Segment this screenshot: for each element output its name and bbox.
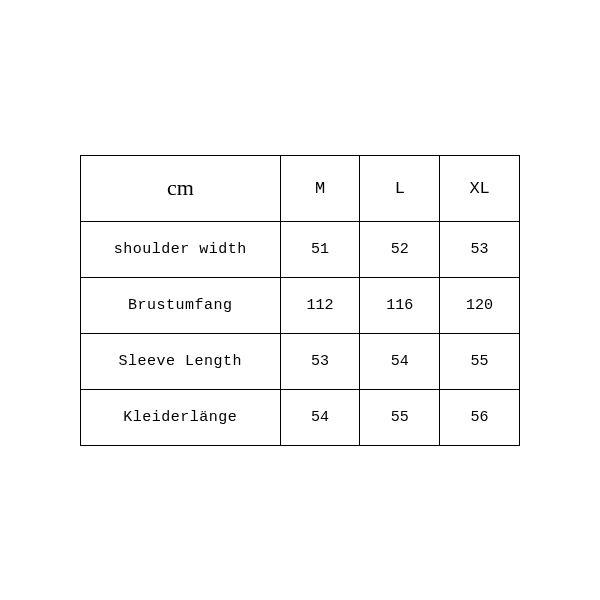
measure-value: 52 bbox=[360, 221, 440, 277]
measure-value: 116 bbox=[360, 277, 440, 333]
measure-label-bust: Brustumfang bbox=[81, 277, 281, 333]
measure-label-sleeve: Sleeve Length bbox=[81, 333, 281, 389]
measure-value: 51 bbox=[280, 221, 360, 277]
table-row: Sleeve Length 53 54 55 bbox=[81, 333, 520, 389]
measure-value: 53 bbox=[440, 221, 520, 277]
size-header-l: L bbox=[360, 155, 440, 221]
measure-value: 120 bbox=[440, 277, 520, 333]
table-row: Kleiderlänge 54 55 56 bbox=[81, 389, 520, 445]
measure-value: 53 bbox=[280, 333, 360, 389]
measure-label-shoulder: shoulder width bbox=[81, 221, 281, 277]
measure-value: 56 bbox=[440, 389, 520, 445]
header-row: cm M L XL bbox=[81, 155, 520, 221]
measure-value: 55 bbox=[440, 333, 520, 389]
measure-value: 54 bbox=[280, 389, 360, 445]
measure-value: 54 bbox=[360, 333, 440, 389]
measure-value: 55 bbox=[360, 389, 440, 445]
size-header-m: M bbox=[280, 155, 360, 221]
size-header-xl: XL bbox=[440, 155, 520, 221]
size-chart-table: cm M L XL shoulder width 51 52 53 Brustu… bbox=[80, 155, 520, 446]
table-row: shoulder width 51 52 53 bbox=[81, 221, 520, 277]
unit-header: cm bbox=[81, 155, 281, 221]
measure-label-length: Kleiderlänge bbox=[81, 389, 281, 445]
measure-value: 112 bbox=[280, 277, 360, 333]
table-row: Brustumfang 112 116 120 bbox=[81, 277, 520, 333]
